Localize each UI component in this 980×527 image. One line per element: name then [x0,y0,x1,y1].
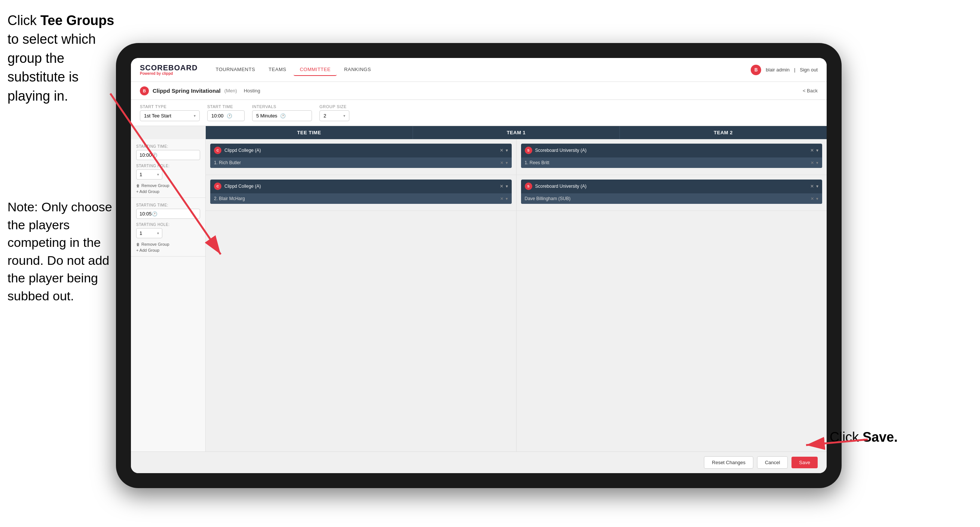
tee-time-input-2[interactable]: 10:05 🕐 [136,209,200,219]
remove-group-button-2[interactable]: 🗑 Remove Group [136,242,200,247]
tee-time-input-1[interactable]: 10:00 🕐 [136,150,200,160]
player1-chevron-group2[interactable]: ▾ [506,196,508,201]
team1-name-group1: Clippd College (A) [224,148,497,153]
team2-group2: S Scoreboard University (A) ✕ ▾ Dave Bil… [517,175,827,211]
save-button[interactable]: Save [791,457,818,468]
team2-card-group2[interactable]: S Scoreboard University (A) ✕ ▾ Dave Bil… [521,180,822,204]
group-size-chevron-icon: ▾ [344,114,345,118]
tee-group-2: STARTING TIME: 10:05 🕐 STARTING HOLE: 1 … [131,198,205,256]
chevron-down-icon: ▾ [194,114,196,118]
intervals-clock-icon: 🕐 [280,113,286,119]
tee-clock-icon-1: 🕐 [152,153,158,158]
nav-username: blair admin [766,67,790,73]
clock-icon: 🕐 [227,113,232,119]
add-group-button-1[interactable]: + Add Group [136,189,200,194]
remove-icon-2: 🗑 [136,242,140,247]
player1-row-group1: 1. Rich Butler ✕ ▾ [210,158,512,168]
group-size-input[interactable]: 2 ▾ [320,110,349,121]
tee-time-header-spacer [131,126,206,139]
player2-chevron-group2[interactable]: ▾ [816,196,818,201]
start-time-input[interactable]: 10:00 🕐 [207,110,245,121]
player2-name-group2: Dave Billingham (SUB) [525,196,808,201]
add-group-button-2[interactable]: + Add Group [136,248,200,253]
starting-hole-input-2[interactable]: 1 ▾ [136,228,162,238]
team1-icon-group1: C [214,146,221,154]
player2-x-group2[interactable]: ✕ [811,196,814,201]
start-time-label: Start Time [207,104,245,109]
team1-group1: C Clippd College (A) ✕ ▾ 1. Rich Butler [206,139,516,175]
team2-icon-group1: S [525,146,532,154]
team2-controls-group1: ✕ ▾ [810,148,818,153]
cancel-button[interactable]: Cancel [757,456,788,469]
nav-teams[interactable]: TEAMS [262,64,292,76]
team1-chevron-group1[interactable]: ▾ [506,148,508,153]
logo-powered: Powered by clippd [140,72,197,76]
team1-chevron-group2[interactable]: ▾ [506,184,508,189]
tee-actions-2: 🗑 Remove Group + Add Group [136,242,200,253]
team1-x-group2[interactable]: ✕ [500,184,503,189]
navbar: SCOREBOARD Powered by clippd TOURNAMENTS… [131,58,827,82]
team1-group2: C Clippd College (A) ✕ ▾ 2. Blair McHarg [206,175,516,211]
start-type-input[interactable]: 1st Tee Start ▾ [140,110,200,121]
team1-card-group1[interactable]: C Clippd College (A) ✕ ▾ 1. Rich Butler [210,143,512,168]
tee-clock-icon-2: 🕐 [152,211,158,217]
start-type-label: Start Type [140,104,200,109]
instruction-top: Click Tee Groups to select which group t… [8,11,120,105]
group-size-group: Group Size 2 ▾ [320,104,349,121]
nav-rankings[interactable]: RANKINGS [338,64,377,76]
team2-group1: S Scoreboard University (A) ✕ ▾ 1. Rees … [517,139,827,175]
starting-hole-label-2: STARTING HOLE: [136,223,200,227]
tee-time-col-header: Tee Time [206,126,412,139]
main-content: STARTING TIME: 10:00 🕐 STARTING HOLE: 1 … [131,139,827,451]
team2-card-group1[interactable]: S Scoreboard University (A) ✕ ▾ 1. Rees … [521,143,822,168]
team2-x-group1[interactable]: ✕ [810,148,814,153]
player1-chevron-group1[interactable]: ▾ [506,161,508,165]
player1-x-group1[interactable]: ✕ [500,161,503,165]
left-panel: STARTING TIME: 10:00 🕐 STARTING HOLE: 1 … [131,139,206,451]
team1-card-group2[interactable]: C Clippd College (A) ✕ ▾ 2. Blair McHarg [210,180,512,204]
nav-avatar: B [751,65,761,75]
nav-tournaments[interactable]: TOURNAMENTS [210,64,261,76]
player2-chevron-group1[interactable]: ▾ [816,161,818,165]
team2-chevron-group1[interactable]: ▾ [816,148,818,153]
starting-time-label-2: STARTING TIME: [136,203,200,207]
player2-x-group1[interactable]: ✕ [811,161,814,165]
tournament-title: Clippd Spring Invitational [153,88,221,94]
logo-scoreboard: SCOREBOARD [140,64,197,72]
team2-x-group2[interactable]: ✕ [810,184,814,189]
nav-right: B blair admin | Sign out [751,65,818,75]
settings-row: Start Type 1st Tee Start ▾ Start Time 10… [131,100,827,126]
nav-signout[interactable]: Sign out [800,67,818,73]
sub-header-left: B Clippd Spring Invitational (Men) Hosti… [140,86,803,96]
tee-actions-1: 🗑 Remove Group + Add Group [136,183,200,194]
intervals-input[interactable]: 5 Minutes 🕐 [252,110,312,121]
start-type-group: Start Type 1st Tee Start ▾ [140,104,200,121]
hole-chevron-icon-2: ▾ [157,231,159,235]
player1-controls-group1: ✕ ▾ [500,161,508,165]
team2-chevron-group2[interactable]: ▾ [816,184,818,189]
starting-hole-input-1[interactable]: 1 ▾ [136,169,162,180]
click-save-instruction: Click Save. [830,429,898,445]
player1-name-group1: 1. Rich Butler [214,160,497,165]
tablet-screen: SCOREBOARD Powered by clippd TOURNAMENTS… [131,58,827,473]
logo-area: SCOREBOARD Powered by clippd [140,64,197,76]
team2-header-group1: S Scoreboard University (A) ✕ ▾ [521,143,822,157]
remove-group-button-1[interactable]: 🗑 Remove Group [136,183,200,188]
team2-name-group1: Scoreboard University (A) [535,148,808,153]
player1-x-group2[interactable]: ✕ [500,196,503,201]
tablet-device: SCOREBOARD Powered by clippd TOURNAMENTS… [116,43,842,488]
team2-col-header: Team 2 [619,126,827,139]
team1-column: C Clippd College (A) ✕ ▾ 1. Rich Butler [206,139,517,451]
reset-changes-button[interactable]: Reset Changes [704,456,753,469]
team1-x-group1[interactable]: ✕ [500,148,503,153]
team2-icon-group2: S [525,183,532,190]
starting-hole-label-1: STARTING HOLE: [136,164,200,168]
start-time-group: Start Time 10:00 🕐 [207,104,245,121]
intervals-group: Intervals 5 Minutes 🕐 [252,104,312,121]
team1-col-header: Team 1 [412,126,620,139]
back-button[interactable]: < Back [803,88,818,94]
starting-time-label-1: STARTING TIME: [136,144,200,148]
nav-committee[interactable]: COMMITTEE [294,64,337,76]
column-headers: Tee Time Team 1 Team 2 [131,126,827,139]
sub-badge: B [140,86,149,96]
